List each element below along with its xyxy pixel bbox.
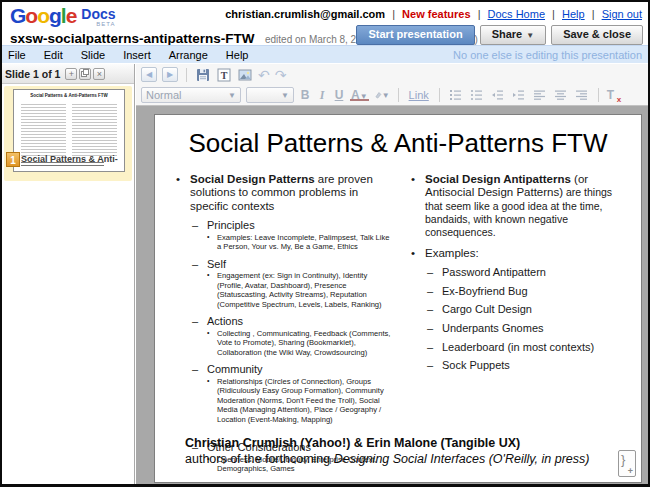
work-area: ◀ ▶ T: [136, 64, 648, 484]
save-close-button[interactable]: Save & close: [551, 25, 643, 45]
menu-item-edit[interactable]: Edit: [44, 49, 63, 61]
slide-bullet-item: –Self: [175, 258, 394, 271]
menu-item-help[interactable]: Help: [226, 49, 249, 61]
slide-bullet-item: –Leaderboard (in most contexts): [410, 341, 629, 354]
logo-letter: G: [10, 4, 25, 27]
insert-link-button[interactable]: Link: [409, 89, 429, 101]
numbered-list-icon: [449, 89, 462, 101]
dot-bullet-icon: •: [207, 233, 209, 242]
slide-thumbnail-selected[interactable]: Social Patterns & Anti-Patterns FTW 1 So…: [4, 86, 132, 181]
toolbar-row-2: Normal ▼ ▼ B I U A▼ ▼ Link: [136, 85, 648, 105]
docs-logo-word: Docs BETA: [81, 7, 115, 27]
chevron-down-icon: ▼: [228, 91, 236, 100]
slide-bullet-item: •Examples:: [410, 247, 629, 260]
thumbnail-content-lines: [21, 104, 117, 156]
slide-bullet-item: –Sock Puppets: [410, 359, 629, 372]
separator: |: [592, 8, 595, 20]
separator: |: [478, 8, 481, 20]
slide-right-column: •Social Design Antipatterns (or Antisoci…: [410, 166, 629, 474]
delete-slide-button[interactable]: ×: [93, 68, 105, 80]
bullet-list-icon: [470, 89, 483, 101]
insert-text-button[interactable]: T: [216, 67, 232, 83]
indent-button[interactable]: [511, 87, 527, 103]
logo-letter: e: [66, 4, 77, 27]
slide-columns: •Social Design Patterns are proven solut…: [155, 159, 641, 474]
bold-button[interactable]: B: [299, 88, 311, 102]
paragraph-style-dropdown[interactable]: Normal ▼: [141, 87, 241, 103]
outdent-icon: [491, 89, 504, 101]
speaker-notes-button[interactable]: } +: [618, 450, 636, 477]
previous-slide-button[interactable]: ◀: [141, 67, 157, 82]
dot-bullet-icon: •: [411, 173, 415, 186]
clear-formatting-button[interactable]: Tx: [607, 88, 620, 102]
duplicate-slide-button[interactable]: [79, 68, 91, 80]
save-button[interactable]: [195, 67, 211, 83]
underline-button[interactable]: U: [333, 88, 345, 102]
help-link[interactable]: Help: [562, 8, 585, 20]
slide-canvas[interactable]: Social Patterns & Anti-Patterns FTW •Soc…: [154, 114, 642, 483]
paragraph-style-value: Normal: [146, 89, 222, 101]
document-title: sxsw-socialpatterns-antipatterns-FTW: [10, 31, 255, 46]
highlighter-icon: [374, 89, 382, 101]
footer-book-title: Designing Social Interfaces (O'Reilly, i…: [334, 452, 590, 466]
slide-bullet-item: –Ex-Boyfriend Bug: [410, 285, 629, 298]
slide-bullet-item: •Collecting , Communicating, Feedback (C…: [175, 329, 394, 357]
google-docs-logo: Google Docs BETA: [10, 5, 116, 27]
menu-item-slide[interactable]: Slide: [81, 49, 105, 61]
google-docs-presentation-window: Google Docs BETA christian.crumlish@gmai…: [0, 0, 650, 487]
dot-bullet-icon: •: [207, 329, 209, 338]
align-right-button[interactable]: [574, 87, 590, 103]
dash-bullet-icon: –: [427, 322, 433, 335]
menu-item-arrange[interactable]: Arrange: [169, 49, 208, 61]
dash-bullet-icon: –: [427, 285, 433, 298]
slide-footer-book: authors of the forthcoming Designing Soc…: [185, 452, 589, 466]
slide-title: Social Patterns & Anti-Patterns FTW: [155, 128, 641, 159]
align-left-icon: [533, 89, 546, 101]
plus-icon: +: [628, 466, 633, 476]
undo-button[interactable]: ↶: [258, 68, 270, 82]
picture-icon: [238, 68, 252, 82]
slide-footer: Christian Crumlish (Yahoo!) & Erin Malon…: [185, 436, 589, 466]
align-center-icon: [554, 89, 567, 101]
clear-format-T: T: [607, 88, 614, 102]
next-slide-button[interactable]: ▶: [162, 67, 178, 82]
docs-home-link[interactable]: Docs Home: [488, 8, 545, 20]
toolbar: ◀ ▶ T: [136, 64, 648, 106]
chevron-down-icon: ▼: [526, 31, 534, 40]
separator: |: [552, 8, 555, 20]
share-label: Share: [492, 28, 523, 40]
dash-bullet-icon: –: [427, 266, 433, 279]
new-features-link[interactable]: New features: [402, 8, 470, 20]
dash-bullet-icon: –: [192, 219, 198, 232]
align-left-button[interactable]: [532, 87, 548, 103]
bullet-list-button[interactable]: [469, 87, 485, 103]
slide-bullet-item: –Password Antipattern: [410, 266, 629, 279]
align-center-button[interactable]: [553, 87, 569, 103]
slide-bullet-item: •Examples: Leave Incomplete, Palimpsest,…: [175, 233, 394, 252]
slide-count-label: Slide 1 of 1: [5, 68, 60, 80]
start-presentation-button[interactable]: Start presentation: [356, 25, 474, 45]
floppy-disk-icon: [196, 68, 210, 82]
insert-image-button[interactable]: [237, 67, 253, 83]
menu-item-insert[interactable]: Insert: [123, 49, 151, 61]
thumbnail-right-text-block: [72, 104, 117, 156]
share-button[interactable]: Share▼: [480, 25, 547, 45]
font-size-dropdown[interactable]: ▼: [246, 87, 294, 103]
redo-button[interactable]: ↷: [275, 68, 287, 82]
logo-letter: o: [37, 4, 49, 27]
indent-icon: [512, 89, 525, 101]
italic-button[interactable]: I: [316, 88, 328, 103]
text-color-button[interactable]: A▼: [350, 88, 369, 102]
numbered-list-button[interactable]: [448, 87, 464, 103]
toolbar-divider: [186, 68, 187, 82]
new-slide-button[interactable]: +: [65, 68, 77, 80]
outdent-button[interactable]: [490, 87, 506, 103]
highlight-color-button[interactable]: ▼: [374, 87, 390, 103]
menu-item-file[interactable]: File: [8, 49, 26, 61]
svg-text:T: T: [221, 69, 228, 80]
slide-bullet-item: •Engagement (ex: Sign in Continuity), Id…: [175, 271, 394, 309]
sign-out-link[interactable]: Sign out: [602, 8, 642, 20]
dot-bullet-icon: •: [207, 271, 209, 280]
thumbnail-slide-title: Social Patterns & Anti-Patterns FTW: [14, 93, 124, 98]
separator: |: [392, 8, 395, 20]
